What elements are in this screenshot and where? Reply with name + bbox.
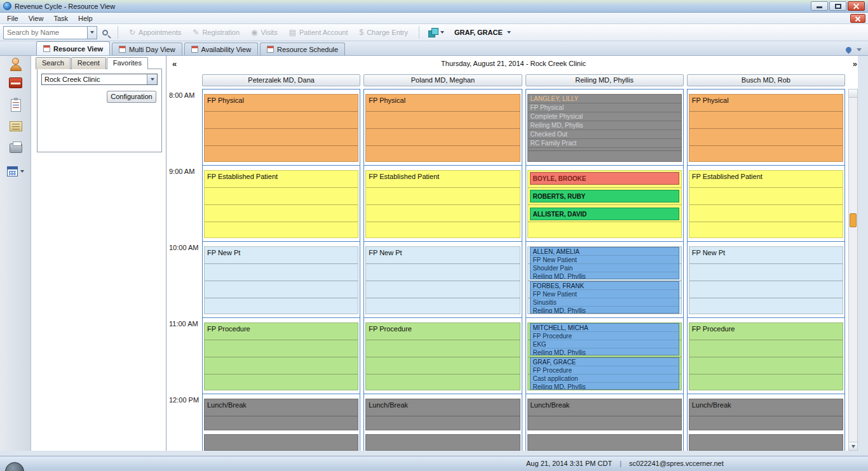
worklist-icon[interactable] (0, 99, 31, 112)
lunch-slot[interactable]: Lunch/Break (527, 399, 682, 430)
time-label: 12:00 PM (169, 396, 199, 404)
lunch-slot[interactable]: Lunch/Break (204, 399, 358, 430)
tab-label: Multi Day View (129, 46, 175, 53)
procedure-slot[interactable]: FP Procedure (365, 322, 520, 390)
provider-header[interactable]: Peterzalek MD, Dana (202, 74, 360, 86)
slot-label: FP Physical (369, 96, 405, 104)
hour-cell: FP New Pt (364, 241, 521, 317)
multi-resource-caret-icon[interactable] (440, 31, 444, 34)
appointment-book-icon[interactable] (0, 77, 31, 88)
established-slot[interactable]: FP Established Patient (689, 170, 843, 238)
physical-slot[interactable]: FP Physical (204, 94, 358, 162)
scroll-down-button[interactable] (849, 442, 857, 450)
panel-tab-search[interactable]: Search (36, 57, 71, 69)
calendar-view-caret-icon[interactable] (20, 170, 24, 173)
patient-account-button[interactable]: ▤ Patient Account (283, 29, 354, 36)
charge-entry-button[interactable]: $ Charge Entry (353, 29, 414, 36)
registration-icon: ✎ (193, 29, 199, 36)
registration-button[interactable]: ✎ Registration (187, 29, 245, 36)
prev-day-button[interactable]: « (172, 60, 177, 69)
newpt-slot[interactable]: ALLEN, AMELIAFP New PatientShoulder Pain… (527, 246, 682, 314)
provider-header[interactable]: Poland MD, Meghan (363, 74, 522, 86)
physical-slot[interactable]: FP Physical (365, 94, 520, 162)
patient-selector[interactable]: GRAF, GRACE (448, 29, 517, 36)
lunch-slot[interactable]: Lunch/Break (365, 399, 520, 430)
appointments-button[interactable]: ↻ Appointments (123, 29, 187, 36)
search-dropdown-button[interactable] (87, 26, 97, 39)
lunch-slot[interactable] (527, 434, 682, 451)
clinic-select[interactable]: Rock Creek Clinic (41, 74, 158, 85)
vertical-scrollbar[interactable] (848, 89, 858, 451)
slot-label: FP Physical (207, 96, 244, 104)
collapse-caret-icon[interactable] (857, 48, 862, 51)
panel-tab-recent[interactable]: Recent (71, 57, 106, 69)
provider-header[interactable]: Reiling MD, Phyllis (526, 74, 684, 86)
scroll-up-button[interactable] (849, 90, 857, 98)
appointment[interactable]: ALLEN, AMELIAFP New PatientShoulder Pain… (530, 247, 679, 279)
appointment[interactable]: FORBES, FRANKFP New PatientSinusitisReil… (530, 281, 679, 314)
printer-icon[interactable] (0, 143, 31, 153)
search-button[interactable] (97, 26, 112, 39)
checked-out-appointment[interactable]: LANGLEY, LILLYFP PhysicalComplete Physic… (527, 94, 682, 162)
tab-multi-day-view[interactable]: Multi Day View (112, 43, 182, 55)
menu-view[interactable]: View (24, 13, 49, 23)
slot-label: FP Physical (692, 96, 729, 104)
established-slot[interactable]: BOYLE, BROOKEROBERTS, RUBYALLISTER, DAVI… (527, 170, 682, 238)
tab-availability-view[interactable]: Availability View (184, 43, 258, 55)
mdi-close-button[interactable] (850, 14, 865, 23)
newpt-slot[interactable]: FP New Pt (365, 246, 520, 314)
appointment[interactable]: BOYLE, BROOKE (530, 172, 679, 185)
pin-icon[interactable] (844, 46, 853, 54)
minimize-button[interactable] (811, 1, 828, 11)
visits-button[interactable]: ◉ Visits (245, 29, 283, 36)
established-slot[interactable]: FP Established Patient (204, 170, 358, 238)
slot-label: Lunch/Break (692, 401, 731, 409)
appointment-line: GRAF, GRACE (531, 358, 679, 366)
procedure-slot[interactable]: MITCHELL, MICHAFP ProcedureEKGReiling MD… (527, 322, 682, 390)
close-button[interactable] (848, 1, 865, 11)
clinic-select-arrow[interactable] (147, 74, 157, 84)
menu-task[interactable]: Task (48, 13, 73, 23)
slot-label: FP Established Patient (692, 173, 763, 180)
search-input[interactable] (3, 26, 87, 39)
panel-tab-favorites[interactable]: Favorites (107, 57, 148, 69)
established-slot[interactable]: FP Established Patient (365, 170, 520, 238)
ledger-icon[interactable] (0, 121, 31, 131)
appointment[interactable]: ROBERTS, RUBY (530, 190, 679, 202)
titlebar: Revenue Cycle - Resource View (0, 0, 868, 13)
lunch-slot[interactable]: Lunch/Break (689, 399, 843, 430)
appointment[interactable]: MITCHELL, MICHAFP ProcedureEKGReiling MD… (530, 323, 679, 355)
calendar-tab-icon (267, 46, 274, 53)
multi-resource-icon[interactable] (428, 28, 438, 37)
menu-file[interactable]: File (2, 13, 24, 23)
schedule-area: « Thursday, August 21, 2014 - Rock Creek… (166, 56, 858, 451)
appointment[interactable]: GRAF, GRACEFP ProcedureCast applicationR… (530, 357, 679, 390)
lunch-slot[interactable] (204, 434, 358, 451)
lunch-slot[interactable] (365, 434, 520, 451)
newpt-slot[interactable]: FP New Pt (204, 246, 358, 314)
schedule-grid: 8:00 AM9:00 AM10:00 AM11:00 AM12:00 PM F… (166, 89, 845, 451)
provider-header[interactable]: Busch MD, Rob (687, 74, 845, 86)
appointments-label: Appointments (139, 29, 181, 36)
procedure-slot[interactable]: FP Procedure (204, 322, 358, 390)
configuration-button[interactable]: Configuration (107, 91, 156, 103)
search-icon (102, 30, 108, 36)
toolbar: ↻ Appointments ✎ Registration ◉ Visits ▤… (0, 24, 868, 41)
calendar-view-icon[interactable] (0, 166, 31, 176)
patient-caret-icon (507, 31, 511, 34)
view-tabbar: Resource View Multi Day View Availabilit… (0, 41, 868, 56)
scrollbar-thumb[interactable] (850, 213, 857, 227)
hour-cell: FP Physical (203, 89, 360, 165)
time-label: 9:00 AM (169, 168, 194, 175)
lunch-slot[interactable] (689, 434, 843, 451)
physical-slot[interactable]: FP Physical (689, 94, 843, 162)
menu-help[interactable]: Help (73, 13, 98, 23)
tab-resource-view[interactable]: Resource View (36, 41, 110, 55)
appointment[interactable]: ALLISTER, DAVID (530, 208, 679, 220)
tab-resource-schedule[interactable]: Resource Schedule (260, 43, 345, 55)
newpt-slot[interactable]: FP New Pt (689, 246, 843, 314)
maximize-button[interactable] (829, 1, 846, 11)
procedure-slot[interactable]: FP Procedure (689, 322, 843, 390)
patient-icon[interactable] (0, 57, 31, 72)
next-day-button[interactable]: » (853, 60, 857, 69)
